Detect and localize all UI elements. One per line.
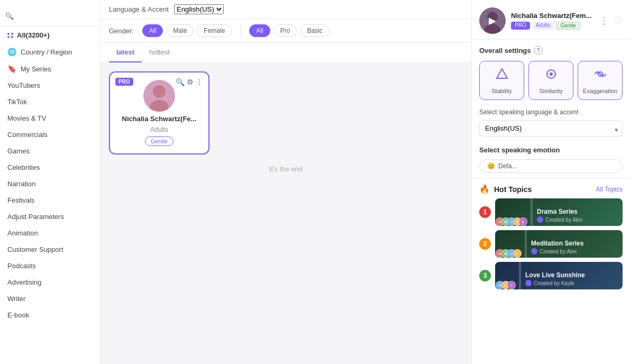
tab-hottest[interactable]: hottest xyxy=(142,43,177,62)
overall-settings-title: Overall settings ? xyxy=(472,40,630,58)
meditation-creator: Created by Alex xyxy=(531,248,618,254)
sidebar-item-games[interactable]: Games xyxy=(0,143,100,159)
svg-marker-6 xyxy=(497,69,507,78)
meditation-creator-text: Created by Alex xyxy=(540,249,577,254)
voice-header-name: Nichalia Schwartz(Fem... xyxy=(511,12,594,20)
series-icon: 🔖 xyxy=(7,65,16,73)
drama-series-card: A B C D E Drama Series Created by Alex xyxy=(495,198,623,226)
tier-all-button[interactable]: All xyxy=(249,24,270,37)
sidebar-item-label: Games xyxy=(7,147,30,155)
meditation-series-card: A B C D Meditation Series Created by Ale… xyxy=(495,230,623,258)
sunshine-avatars: A B C xyxy=(495,281,519,289)
speaking-language-select[interactable]: English(US) English(UK) xyxy=(479,120,623,136)
search-input[interactable]: Nichalia xyxy=(17,12,101,20)
gender-female-button[interactable]: Female xyxy=(197,24,232,37)
sidebar-item-advertising[interactable]: Advertising xyxy=(0,274,100,290)
voice-category: Adults xyxy=(150,126,168,133)
gender-male-button[interactable]: Male xyxy=(166,24,194,37)
language-accent-label: Language & Accent xyxy=(109,5,169,13)
meditation-avatars: A B C D xyxy=(495,249,525,258)
language-select[interactable]: English(US) English(UK) Spanish xyxy=(174,4,224,14)
favorite-button[interactable]: ♡ xyxy=(614,15,623,26)
sidebar-item-ebook[interactable]: E-book xyxy=(0,307,100,323)
meditation-info: Meditation Series Created by Alex xyxy=(527,236,623,258)
sidebar-item-label: YouTubers xyxy=(7,81,40,89)
sidebar-item-all[interactable]: All(3200+) xyxy=(0,27,100,43)
sidebar-item-adjust-parameters[interactable]: Adjust Parameters xyxy=(0,208,100,225)
svg-point-8 xyxy=(550,72,553,76)
hot-topics-label: Hot Topics xyxy=(494,185,532,194)
tag-pro: PRO xyxy=(511,22,530,30)
hot-topics-header: 🔥 Hot Topics All Topics xyxy=(479,184,623,194)
sidebar-item-tiktok[interactable]: TikTok xyxy=(0,94,100,110)
voice-header-avatar[interactable]: ▶ xyxy=(479,7,506,34)
voice-header-info: Nichalia Schwartz(Fem... PRO Adults Gent… xyxy=(511,12,594,30)
tier-pro-button[interactable]: Pro xyxy=(273,24,297,37)
sidebar-item-label: E-book xyxy=(7,311,29,319)
sidebar-item-writer[interactable]: Writer xyxy=(0,290,100,307)
sidebar-item-label: Movies & TV xyxy=(7,114,46,122)
sidebar-item-animation[interactable]: Animation xyxy=(0,225,100,241)
card-settings-button[interactable]: ⚙ xyxy=(187,78,194,86)
card-more-button[interactable]: ⋮ xyxy=(196,78,203,86)
sidebar-item-youtubers[interactable]: YouTubers xyxy=(0,77,100,94)
drama-avatars: A B C D E xyxy=(495,217,531,226)
sidebar-all-label: All(3200+) xyxy=(17,31,50,39)
filter-bar: Gender: All Male Female All Pro Basic xyxy=(101,19,471,43)
sidebar-item-label: Podcasts xyxy=(7,262,35,270)
drama-creator: Created by Alex xyxy=(537,216,618,223)
emotion-emoji: 😊 xyxy=(487,162,495,170)
card-search-button[interactable]: 🔍 xyxy=(176,78,185,86)
emotion-button[interactable]: 😊 Defa... xyxy=(479,159,623,173)
avatar-5: E xyxy=(519,217,527,226)
sidebar-item-label: Narration xyxy=(7,180,35,188)
similarity-label: Similarity xyxy=(539,88,563,94)
tab-latest[interactable]: latest xyxy=(109,43,142,62)
topic-item-meditation[interactable]: 2 A B C D Meditation Series Created by A… xyxy=(479,230,623,258)
topic-item-drama[interactable]: 1 A B C D E Drama Series Created by Alex xyxy=(479,198,623,226)
sidebar-item-festivals[interactable]: Festivals xyxy=(0,192,100,208)
drama-info: Drama Series Created by Alex xyxy=(533,205,623,226)
creator-dot xyxy=(531,248,537,254)
exaggeration-card[interactable]: Exaggeration xyxy=(578,61,623,100)
all-topics-button[interactable]: All Topics xyxy=(596,186,623,193)
play-overlay: ▶ xyxy=(479,7,506,34)
sidebar-item-narration[interactable]: Narration xyxy=(0,176,100,192)
sidebar-item-label: Advertising xyxy=(7,278,41,286)
stability-card[interactable]: Stability xyxy=(479,61,524,100)
creator-dot xyxy=(537,216,543,223)
gender-all-button[interactable]: All xyxy=(142,24,163,37)
sidebar-item-customer-support[interactable]: Customer Support xyxy=(0,241,100,258)
sidebar-item-podcasts[interactable]: Podcasts xyxy=(0,258,100,274)
sidebar-item-label: My Series xyxy=(21,65,51,73)
main-content: Language & Accent English(US) English(UK… xyxy=(101,0,471,364)
gender-filter-group: All Male Female xyxy=(142,24,232,37)
sidebar-item-my-series[interactable]: 🔖 My Series xyxy=(0,60,100,77)
sidebar-item-label: Festivals xyxy=(7,196,34,204)
tier-basic-button[interactable]: Basic xyxy=(300,24,329,37)
similarity-card[interactable]: Similarity xyxy=(528,61,573,100)
help-icon[interactable]: ? xyxy=(534,46,543,54)
toolbar: Language & Accent English(US) English(UK… xyxy=(101,0,471,19)
card-actions: 🔍 ⚙ ⋮ xyxy=(176,78,203,86)
tag-gentle: Gentle xyxy=(556,22,580,30)
sidebar-item-celebrities[interactable]: Celebrities xyxy=(0,159,100,176)
topic-rank-2: 2 xyxy=(479,238,491,250)
sidebar-item-country[interactable]: 🌐 Country / Region xyxy=(0,43,100,60)
tier-filter-group: All Pro Basic xyxy=(249,24,329,37)
emotion-label: Defa... xyxy=(498,162,517,170)
sidebar-item-movies-tv[interactable]: Movies & TV xyxy=(0,110,100,126)
svg-point-1 xyxy=(153,85,166,98)
topic-rank-3: 3 xyxy=(479,270,491,281)
topic-rank-1: 1 xyxy=(479,206,491,218)
filter-divider xyxy=(240,24,241,37)
topic-item-sunshine[interactable]: 3 A B C Love Live Sunshine Created by Ka… xyxy=(479,262,623,289)
voice-card[interactable]: PRO 🔍 ⚙ ⋮ Nichalia Schwartz(Fe... Adults… xyxy=(109,71,209,154)
sidebar: 🔍 Nichalia 🔍 💾 🔗 All(3200+) 🌐 Country / … xyxy=(0,0,101,364)
header-more-button[interactable]: ⋮ xyxy=(599,15,609,26)
creator-dot xyxy=(525,280,532,286)
sidebar-item-commercials[interactable]: Commercials xyxy=(0,126,100,143)
voice-header: ▶ Nichalia Schwartz(Fem... PRO Adults Ge… xyxy=(472,0,630,40)
header-tags: PRO Adults Gentle xyxy=(511,22,594,30)
voice-avatar xyxy=(143,80,175,112)
